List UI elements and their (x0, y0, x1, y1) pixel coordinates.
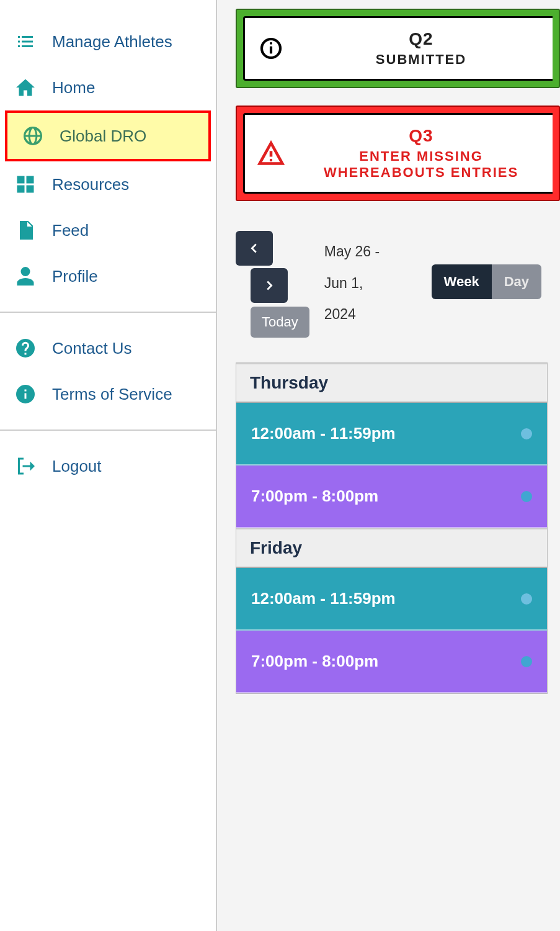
sidebar-item-terms[interactable]: Terms of Service (0, 371, 216, 417)
sidebar-item-logout[interactable]: Logout (0, 443, 216, 489)
sidebar: Manage Athletes Home Global DRO Resource… (0, 0, 217, 931)
event-time: 12:00am - 11:59pm (251, 589, 396, 608)
sidebar-label: Global DRO (60, 127, 146, 146)
event-time: 7:00pm - 8:00pm (251, 652, 378, 671)
event-dot-icon (521, 428, 532, 439)
event-dot-icon (521, 491, 532, 502)
sidebar-label: Home (52, 78, 95, 97)
view-week-button[interactable]: Week (432, 264, 492, 299)
event[interactable]: 12:00am - 11:59pm (236, 403, 547, 466)
date-line: Jun 1, (324, 268, 380, 299)
view-toggle: Week Day (432, 264, 541, 299)
info-icon (14, 382, 37, 406)
sidebar-label: Terms of Service (52, 385, 172, 404)
today-button[interactable]: Today (251, 307, 309, 338)
sidebar-label: Logout (52, 457, 102, 476)
event[interactable]: 7:00pm - 8:00pm (236, 466, 547, 528)
event[interactable]: 12:00am - 11:59pm (236, 568, 547, 631)
svg-point-4 (270, 159, 272, 161)
divider (0, 312, 216, 313)
calendar-nav: Today May 26 - Jun 1, 2024 Week Day (217, 218, 560, 344)
doc-icon (14, 218, 37, 242)
person-icon (14, 264, 37, 288)
status-card-q2[interactable]: Q2 SUBMITTED (236, 9, 560, 88)
date-line: 2024 (324, 299, 380, 330)
logout-icon (14, 454, 37, 478)
event-dot-icon (521, 593, 532, 605)
info-outline-icon (257, 35, 285, 62)
main: Q2 SUBMITTED Q3 ENTER MISSING WHEREABOUT… (217, 0, 560, 931)
sidebar-item-home[interactable]: Home (0, 65, 216, 110)
sidebar-item-feed[interactable]: Feed (0, 207, 216, 253)
warning-icon (257, 140, 285, 167)
status-sub: ENTER MISSING WHEREABOUTS ENTRIES (302, 148, 540, 181)
sidebar-item-profile[interactable]: Profile (0, 253, 216, 299)
prev-button[interactable] (236, 231, 273, 266)
sidebar-label: Feed (52, 221, 89, 240)
help-icon (14, 336, 37, 360)
schedule: Thursday 12:00am - 11:59pm 7:00pm - 8:00… (236, 362, 548, 694)
view-day-button[interactable]: Day (492, 264, 541, 299)
status-title: Q2 (302, 29, 540, 49)
date-range: May 26 - Jun 1, 2024 (324, 231, 380, 330)
home-icon (14, 76, 37, 99)
date-line: May 26 - (324, 236, 380, 268)
status-title: Q3 (302, 126, 540, 146)
status-sub: SUBMITTED (302, 52, 540, 68)
sidebar-label: Profile (52, 267, 98, 286)
list-icon (14, 30, 37, 53)
event[interactable]: 7:00pm - 8:00pm (236, 631, 547, 693)
sidebar-item-resources[interactable]: Resources (0, 161, 216, 207)
svg-point-2 (270, 42, 272, 45)
day-header: Thursday (236, 363, 547, 403)
globe-icon (21, 124, 45, 148)
divider (0, 430, 216, 431)
sidebar-label: Resources (52, 175, 129, 194)
sidebar-item-manage-athletes[interactable]: Manage Athletes (0, 19, 216, 65)
sidebar-label: Contact Us (52, 339, 132, 358)
status-card-q3[interactable]: Q3 ENTER MISSING WHEREABOUTS ENTRIES (236, 106, 560, 201)
event-dot-icon (521, 656, 532, 667)
next-button[interactable] (251, 268, 288, 303)
sidebar-item-contact[interactable]: Contact Us (0, 325, 216, 371)
day-header: Friday (236, 528, 547, 568)
event-time: 7:00pm - 8:00pm (251, 487, 378, 506)
grid-icon (14, 173, 37, 196)
sidebar-item-global-dro[interactable]: Global DRO (5, 110, 211, 161)
sidebar-label: Manage Athletes (52, 32, 172, 52)
event-time: 12:00am - 11:59pm (251, 424, 396, 443)
